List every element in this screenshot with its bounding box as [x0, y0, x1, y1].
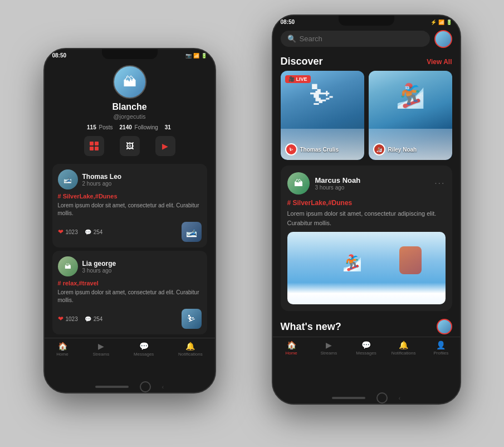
- streams-icon-left: ▶: [98, 342, 104, 351]
- post-menu-btn[interactable]: ···: [434, 178, 445, 188]
- nav-notifications-right[interactable]: 🔔 Notifications: [392, 341, 416, 356]
- feed-actions-2: ❤ 1023 💬 254 ⛷: [58, 309, 202, 329]
- nav-notifications-left[interactable]: 🔔 Notifications: [178, 342, 203, 357]
- home-icon-right: 🏠: [287, 341, 296, 349]
- play-icon: ▶: [162, 142, 168, 150]
- feed-card-1-header: 🎿 Thomas Leo 2 hours ago: [58, 169, 202, 190]
- discover-header: Discover View All: [281, 56, 452, 67]
- snowboarder-action: 🏂: [342, 254, 362, 272]
- discover-title: Discover: [281, 56, 323, 67]
- view-all-btn[interactable]: View All: [427, 58, 452, 66]
- live-badge: 🎥 LIVE: [285, 75, 311, 83]
- discover-mini-avatar-2: 🏂: [373, 143, 385, 156]
- feed-actions-1: ❤ 1023 💬 254 🎿: [58, 222, 202, 242]
- feed-thumb-2: ⛷: [182, 309, 202, 329]
- camera-icon: 🎥: [288, 76, 295, 82]
- feed-user-info-1: Thomas Leo 2 hours ago: [82, 173, 122, 187]
- feed-avatar-2: 🏔: [58, 256, 78, 276]
- user-avatar-sm[interactable]: [434, 30, 452, 48]
- nav-messages-left[interactable]: 💬 Messages: [134, 342, 154, 357]
- image-action-btn[interactable]: 🖼: [120, 136, 140, 156]
- comments-1[interactable]: 💬 254: [85, 229, 103, 235]
- stats-row: 115 Posts 2140 Following 31: [87, 124, 172, 130]
- status-icons-left: 📷 📶 🔋: [185, 53, 207, 59]
- home-icon-left: 🏠: [58, 342, 67, 351]
- feed-time-1: 2 hours ago: [82, 181, 122, 187]
- bottom-nav-right: 🏠 Home ▶ Streams 💬 Messages 🔔 Notificati…: [273, 337, 460, 359]
- home-bar-line-left: [95, 386, 129, 388]
- messages-icon-left: 💬: [139, 342, 149, 351]
- play-action-btn[interactable]: ▶: [155, 136, 175, 156]
- feed-text-1: Lorem ipsum dolor sit amet, consectetur …: [58, 202, 202, 217]
- right-phone: 08:50 ⚡ 📶 🔋 🔍 Search: [272, 14, 461, 405]
- discover-grid: ⛷ 🎥 LIVE ⛷ Thomas Crulis: [281, 71, 452, 160]
- nav-messages-right[interactable]: 💬 Messages: [354, 341, 378, 356]
- nav-streams-right[interactable]: ▶ Streams: [316, 341, 341, 356]
- likes-2[interactable]: ❤ 1023: [58, 315, 78, 323]
- feed-tags-1: # SilverLake,#Dunes: [58, 193, 202, 200]
- search-icon: 🔍: [287, 35, 296, 43]
- nav-profiles-right[interactable]: 👤 Profiles: [429, 341, 453, 356]
- whats-new-avatar[interactable]: [437, 319, 452, 334]
- avatar: 🏔: [113, 65, 146, 99]
- post-avatar: 🏔: [287, 172, 310, 195]
- notifications-icon-left: 🔔: [185, 342, 195, 351]
- feed-user-name-1: Thomas Leo: [82, 173, 122, 181]
- discover-label-2: 🏂 Riley Noah: [373, 143, 417, 156]
- profiles-icon-right: 👤: [436, 341, 446, 349]
- comments-2[interactable]: 💬 254: [85, 316, 103, 322]
- profile-name: Blanche: [112, 102, 146, 112]
- feed-thumb-1: 🎿: [182, 222, 202, 242]
- home-bar-back-left: ‹: [162, 384, 164, 390]
- home-bar-back-right: ‹: [399, 395, 400, 401]
- whats-new-section: What's new?: [281, 317, 452, 337]
- posts-stat: 115 Posts: [87, 124, 112, 130]
- action-icons-row: 🖼 ▶: [84, 136, 175, 156]
- status-time-right: 08:50: [281, 19, 295, 25]
- right-content: 🔍 Search Discover View All: [273, 26, 460, 337]
- right-phone-screen: 08:50 ⚡ 📶 🔋 🔍 Search: [273, 16, 460, 392]
- nav-home-right[interactable]: 🏠 Home: [279, 341, 304, 356]
- following-stat: 2140 Following: [120, 124, 158, 130]
- jacket-element: [399, 246, 422, 274]
- bottom-nav-left: 🏠 Home ▶ Streams 💬 Messages 🔔 Notificati…: [45, 338, 215, 360]
- skier-emoji-1: ⛷: [309, 79, 336, 111]
- feed-time-2: 3 hours ago: [82, 268, 116, 274]
- feed-text-2: Lorem ipsum dolor sit amet, consectetur …: [58, 289, 202, 304]
- post-tags: # SilverLake,#Dunes: [287, 199, 446, 207]
- home-bar-right: ‹: [273, 392, 460, 404]
- comment-icon-2: 💬: [85, 316, 91, 322]
- discover-label-1: ⛷ Thomas Crulis: [285, 143, 339, 156]
- nav-streams-left[interactable]: ▶ Streams: [92, 342, 109, 357]
- grid-action-btn[interactable]: [84, 136, 104, 156]
- notifications-icon-right: 🔔: [399, 341, 408, 349]
- heart-icon-2: ❤: [58, 315, 63, 323]
- search-row: 🔍 Search: [281, 26, 452, 51]
- search-text: Search: [300, 35, 423, 43]
- home-bar-line-right: [332, 397, 365, 399]
- discover-card-1[interactable]: ⛷ 🎥 LIVE ⛷ Thomas Crulis: [281, 71, 364, 160]
- image-icon: 🖼: [126, 142, 134, 150]
- discover-card-2[interactable]: 🏂 🏂 Riley Noah: [369, 71, 452, 160]
- nav-home-left[interactable]: 🏠 Home: [56, 342, 68, 357]
- discover-mini-avatar-1: ⛷: [285, 143, 297, 156]
- messages-icon-right: 💬: [361, 341, 371, 349]
- likes-1[interactable]: ❤ 1023: [58, 228, 78, 236]
- phones-container: 08:50 📷 📶 🔋 🏔 Blanche @jorgecutis: [43, 14, 461, 433]
- home-bar-left: ‹: [45, 381, 215, 392]
- heart-icon-1: ❤: [58, 228, 63, 236]
- phone-notch-right: [339, 16, 394, 26]
- feed-card-1: 🎿 Thomas Leo 2 hours ago # SilverLake,#D…: [52, 164, 207, 247]
- left-phone-screen: 08:50 📷 📶 🔋 🏔 Blanche @jorgecutis: [45, 49, 215, 381]
- feed-card-2-header: 🏔 Lia george 3 hours ago: [58, 256, 202, 276]
- feed-tags-2: # relax,#travel: [58, 280, 202, 286]
- feed-user-name-2: Lia george: [82, 260, 116, 268]
- left-phone: 08:50 📷 📶 🔋 🏔 Blanche @jorgecutis: [43, 48, 216, 393]
- discover-user-2: Riley Noah: [388, 147, 417, 153]
- grid-icon: [90, 142, 99, 150]
- streams-icon-right: ▶: [326, 341, 332, 349]
- status-icons-right: ⚡ 📶 🔋: [430, 20, 452, 25]
- post-text: Lorem ipsum dolor sit amet, consectetur …: [287, 209, 446, 227]
- search-bar[interactable]: 🔍 Search: [281, 31, 430, 47]
- status-time-left: 08:50: [52, 52, 67, 59]
